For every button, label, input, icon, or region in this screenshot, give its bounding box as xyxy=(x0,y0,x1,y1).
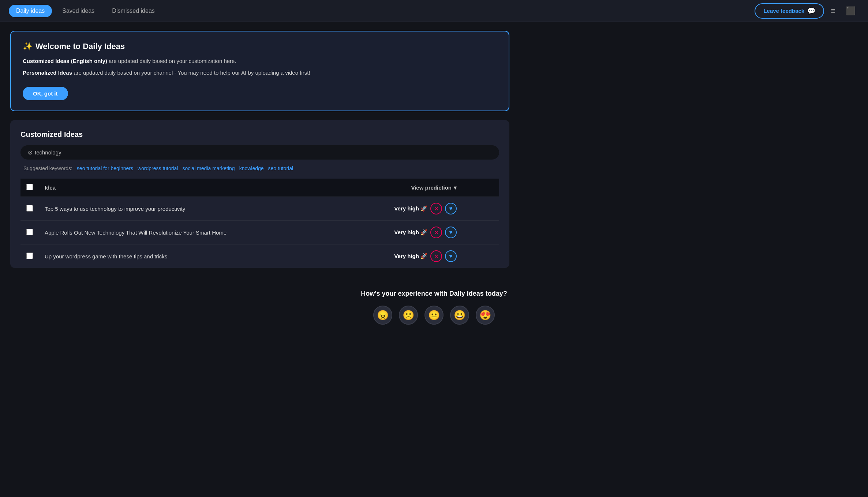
row-checkbox-cell xyxy=(20,221,39,244)
list-icon: ≡ xyxy=(831,6,835,15)
welcome-line2-bold: Personalized Ideas xyxy=(23,70,72,76)
leave-feedback-button[interactable]: Leave feedback 💬 xyxy=(755,3,824,19)
top-nav: Daily ideas Saved ideas Dismissed ideas … xyxy=(0,0,868,22)
welcome-title: ✨ Welcome to Daily Ideas xyxy=(23,42,497,51)
emoji-row: 😠🙁😐😀😍 xyxy=(7,306,861,325)
row-checkbox-2[interactable] xyxy=(26,253,33,259)
feedback-section: How's your experience with Daily ideas t… xyxy=(0,277,868,336)
select-all-col xyxy=(20,179,39,197)
view-prediction-label: View prediction xyxy=(411,184,452,191)
prediction-value-1: Very high 🚀 xyxy=(394,229,427,236)
keyword-tag-text: technology xyxy=(35,149,61,156)
actions-col-header xyxy=(463,179,499,197)
x-circle-icon[interactable]: ⊗ xyxy=(28,149,33,156)
welcome-line1-bold: Customized Ideas (English only) xyxy=(23,58,107,64)
keyword-tag: ⊗ technology xyxy=(28,149,61,156)
welcome-line1-rest: are updated daily based on your customiz… xyxy=(107,58,236,64)
feedback-icon: 💬 xyxy=(807,7,815,15)
idea-cell-2: Up your wordpress game with these tips a… xyxy=(39,244,345,268)
save-button-2[interactable]: ♥ xyxy=(445,250,457,262)
suggested-kw-3[interactable]: knowledge xyxy=(239,165,264,171)
monitor-icon: ⬛ xyxy=(846,6,856,15)
tab-saved-ideas[interactable]: Saved ideas xyxy=(55,5,102,17)
tab-dismissed-ideas[interactable]: Dismissed ideas xyxy=(105,5,162,17)
sparkle-icon: ✨ xyxy=(23,42,33,51)
suggested-label: Suggested keywords: xyxy=(23,165,72,171)
dismiss-button-2[interactable]: ✕ xyxy=(430,250,442,262)
emoji-btn-0[interactable]: 😠 xyxy=(373,306,392,325)
table-row: Apple Rolls Out New Technology That Will… xyxy=(20,221,499,244)
ideas-table: Idea View prediction ▾ Top 5 ways to use… xyxy=(20,179,499,268)
tab-daily-ideas[interactable]: Daily ideas xyxy=(9,5,52,17)
main-content: ✨ Welcome to Daily Ideas Customized Idea… xyxy=(0,22,520,277)
suggested-kw-1[interactable]: wordpress tutorial xyxy=(138,165,178,171)
prediction-actions-cell-2: Very high 🚀 ✕ ♥ xyxy=(345,244,463,268)
save-button-1[interactable]: ♥ xyxy=(445,227,457,238)
customized-ideas-section: Customized Ideas ⊗ technology Suggested … xyxy=(10,120,509,268)
row-checkbox-cell xyxy=(20,244,39,268)
prediction-value-2: Very high 🚀 xyxy=(394,253,427,259)
emoji-btn-2[interactable]: 😐 xyxy=(424,306,444,325)
welcome-line1: Customized Ideas (English only) are upda… xyxy=(23,56,497,66)
row-checkbox-1[interactable] xyxy=(26,229,33,235)
suggested-kw-4[interactable]: seo tutorial xyxy=(268,165,293,171)
suggested-kw-0[interactable]: seo tutorial for beginners xyxy=(77,165,133,171)
table-row: Top 5 ways to use technology to improve … xyxy=(20,197,499,221)
idea-cell-0: Top 5 ways to use technology to improve … xyxy=(39,197,345,221)
prediction-actions-cell-1: Very high 🚀 ✕ ♥ xyxy=(345,221,463,244)
prediction-actions-cell-0: Very high 🚀 ✕ ♥ xyxy=(345,197,463,221)
chevron-down-icon: ▾ xyxy=(454,184,457,191)
welcome-line2: Personalized Ideas are updated daily bas… xyxy=(23,68,497,78)
suggested-kw-2[interactable]: social media marketing xyxy=(182,165,235,171)
prediction-value-0: Very high 🚀 xyxy=(394,205,427,212)
select-all-checkbox[interactable] xyxy=(26,184,33,190)
dismiss-button-1[interactable]: ✕ xyxy=(430,227,442,238)
save-button-0[interactable]: ♥ xyxy=(445,203,457,214)
monitor-button[interactable]: ⬛ xyxy=(842,4,859,18)
welcome-box: ✨ Welcome to Daily Ideas Customized Idea… xyxy=(10,31,509,111)
emoji-btn-3[interactable]: 😀 xyxy=(450,306,469,325)
welcome-heading: Welcome to Daily Ideas xyxy=(35,42,125,51)
emoji-btn-4[interactable]: 😍 xyxy=(476,306,495,325)
keyword-input-area[interactable]: ⊗ technology xyxy=(20,145,499,160)
feedback-question: How's your experience with Daily ideas t… xyxy=(7,290,861,298)
idea-col-header: Idea xyxy=(39,179,345,197)
idea-cell-1: Apple Rolls Out New Technology That Will… xyxy=(39,221,345,244)
prediction-col-header[interactable]: View prediction ▾ xyxy=(345,179,463,197)
feedback-label: Leave feedback xyxy=(763,8,804,14)
welcome-line2-rest: are updated daily based on your channel … xyxy=(72,70,310,76)
row-checkbox-0[interactable] xyxy=(26,205,33,212)
emoji-btn-1[interactable]: 🙁 xyxy=(399,306,418,325)
section-title: Customized Ideas xyxy=(20,130,499,139)
suggested-keywords-row: Suggested keywords: seo tutorial for beg… xyxy=(20,165,499,171)
list-view-button[interactable]: ≡ xyxy=(827,4,839,18)
dismiss-button-0[interactable]: ✕ xyxy=(430,203,442,214)
table-header-row: Idea View prediction ▾ xyxy=(20,179,499,197)
ok-got-it-button[interactable]: OK, got it xyxy=(23,87,68,100)
row-checkbox-cell xyxy=(20,197,39,221)
table-row: Up your wordpress game with these tips a… xyxy=(20,244,499,268)
